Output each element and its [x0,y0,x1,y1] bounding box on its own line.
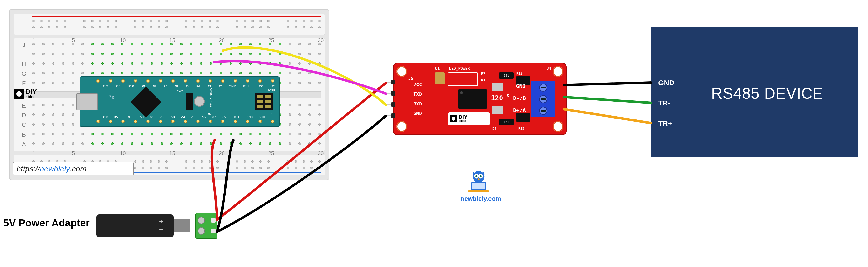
svg-point-7 [479,175,482,177]
owl-icon [465,166,492,193]
nano-bottom-pin-labels: D133V3REFA0A1A2A3A4A5A6A75VRSTGNDVIN [102,115,266,119]
barrel-jack: + − [96,210,198,241]
rs485-terminal-b [539,95,547,103]
nano-reset-button [194,96,205,107]
svg-point-6 [475,175,478,177]
url-suffix: .com [70,164,87,173]
rs485-label-gnd-left: GND [413,111,422,116]
nano-secondary-chip [186,93,193,110]
diyables-logo-text1: DIY [26,89,37,95]
rs485-r1-label: R1 [481,78,485,82]
nano-pins-top [96,79,274,83]
rs485-capacitor-c1 [435,73,444,84]
rs485-c1-label: C1 [435,66,439,71]
power-adapter-label: 5V Power Adapter [3,217,90,229]
nano-icsp-header [255,93,273,110]
device-label-trminus: TR- [658,99,670,107]
rs485-terminal-a [539,107,547,115]
rs485-j5-label: J5 [408,76,413,81]
nano-rst-label: RST [207,112,213,115]
arduino-nano: D12D11D10D9D8D7D6D5D4D3D2GNDRSTRX0TX1 D1… [80,76,280,127]
rs485-device: RS485 DEVICE GND TR- TR+ [651,27,858,157]
rs485-r13-label: R13 [518,127,524,130]
rs485-ttl-header [386,82,393,116]
rs485-pin-gnd [386,115,393,116]
rs485-label-gnd-right: GND [516,83,526,89]
breadboard-top-rails [13,14,325,35]
url-prefix: https:// [17,164,40,173]
nano-mcu-chip [130,87,161,117]
nano-one-label: 1 [271,112,273,115]
rs485-pin-vcc [386,82,393,83]
wire-black-rs485-to-device-gnd [564,83,651,85]
device-label-gnd: GND [658,79,674,87]
nano-arduino-cc-label: ARDUINO.CC [210,88,213,107]
terminal-screw-neg [198,228,205,235]
rs485-label-dplus: D+/A [513,107,526,113]
nano-top-pin-labels: D12D11D10D9D8D7D6D5D4D3D2GNDRSTRX0TX1 [102,84,276,88]
rs485-resistor-r10: 101 [499,119,514,125]
nano-usa-label: USA2009 [108,95,114,101]
rs485-pin-txd [386,93,393,94]
wiring-diagram: JIHGFEDCBA115510101515202025253030 DIY a… [0,0,868,267]
nano-icsp-label: ICSP [268,89,275,92]
diyables-logo-text2: ables [26,95,37,99]
rs485-led-silkbox [448,73,478,86]
nano-usb-port [76,93,98,110]
screw-terminal-adapter [195,213,217,239]
source-url: https://newbiely.com [13,162,133,175]
rs485-pin-rxd [386,104,393,105]
rs485-120-label: 120 [491,94,503,102]
rs485-ttl-module: VCC TXD RXD GND J5 J4 C1 LED_POWER 120 S… [393,63,567,135]
rs485-d4-label: D4 [492,127,496,130]
newbiely-text: newbiely.com [461,195,497,203]
rs485-j4-label: J4 [547,66,551,71]
svg-rect-1 [472,183,485,189]
svg-rect-2 [468,190,489,192]
nano-pwr-label: PWR [177,90,184,93]
rs485-transceiver-ic [458,89,487,109]
rs485-r7-label: R7 [481,72,485,75]
rs485-screw-terminal [531,81,555,117]
rs485-led-power-label: LED_POWER [449,66,470,71]
wire-green-rs485-b-to-trminus [564,97,651,103]
rs485-resistor-r7: 101 [499,73,514,79]
rs485-device-title: RS485 DEVICE [711,84,823,102]
rs485-terminal-gnd [539,83,547,92]
diyables-logo: DIY ables [14,86,45,101]
nano-pins-bottom [96,120,274,124]
rs485-label-vcc: VCC [413,82,422,87]
rs485-r12-label: R12 [517,72,523,75]
diyables-logo-icon [14,89,24,99]
rs485-label-txd: TXD [413,91,422,97]
rs485-s-label: S [506,93,510,100]
rs485-diyables-logo: DIY ables [448,112,490,125]
wire-orange-rs485-a-to-trplus [564,109,651,123]
terminal-screw-pos [198,217,205,224]
rs485-label-dminus: D-/B [513,95,526,101]
device-label-trplus: TR+ [658,119,672,128]
rs485-label-rxd: RXD [413,101,422,107]
url-domain: newbiely [40,164,70,173]
newbiely-logo: newbiely.com [461,166,497,203]
